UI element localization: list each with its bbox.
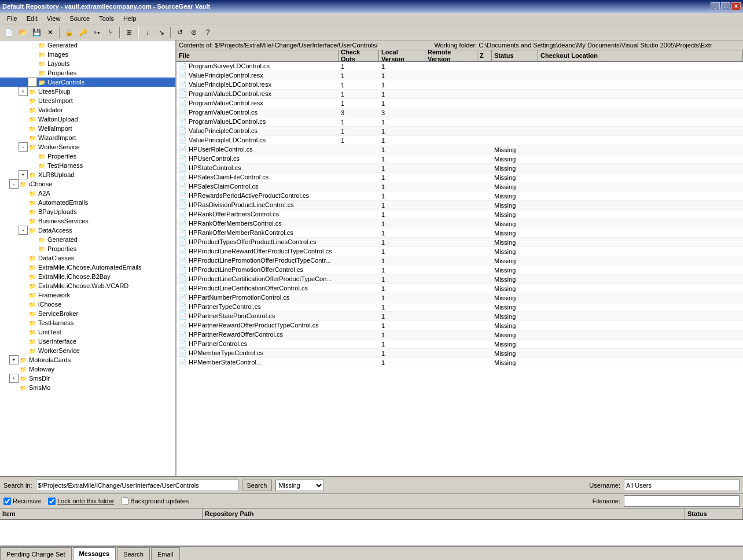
tab-pending-change-set[interactable]: Pending Change Set [0,547,72,560]
tab-messages[interactable]: Messages [73,547,116,560]
menu-tools[interactable]: Tools [94,14,119,23]
tree-toggle[interactable]: - [19,226,28,235]
tree-item[interactable]: +📁XLR8Upload [0,170,175,179]
col-header-checkouts[interactable]: Check Outs [339,50,379,61]
file-row[interactable]: 📄 HPRasDivisionProductLineControl.cs1Mis… [176,201,743,210]
tree-toggle[interactable]: + [19,87,28,96]
recursive-checkbox-label[interactable]: Recursive [3,498,41,505]
recursive-checkbox[interactable] [3,498,11,505]
refresh-button[interactable]: ↺ [174,26,186,39]
file-row[interactable]: 📄 ValuePrincipleControl.cs11 [176,127,743,136]
tab-email[interactable]: Email [151,547,180,560]
status-select[interactable]: MissingCheckedOutNormalAll [275,480,324,491]
file-row[interactable]: 📄 HPRankOfferMemberRankControl.cs1Missin… [176,229,743,238]
menu-help[interactable]: Help [119,14,141,23]
lock-checkbox-label[interactable]: Lock onto this folder [48,498,114,505]
copy-button[interactable]: ⊞ [123,26,135,39]
col-header-az[interactable]: Z [477,50,492,61]
tree-item[interactable]: 📁WellaImport [0,124,175,133]
tree-item[interactable]: 📁ServiceBroker [0,309,175,318]
tree-item[interactable]: 📁SmsMo [0,383,175,392]
file-list[interactable]: 📄 ProgramSurveyLDControl.cs11📄 ValuePrin… [176,62,743,476]
tree-item[interactable]: 📁iChoose [0,300,175,309]
tree-item[interactable]: 📁WorkerService [0,346,175,355]
new-button[interactable]: 📄 [2,26,15,39]
tree-item[interactable]: 📁Layouts [0,59,175,68]
tree-toggle[interactable]: - [9,179,19,189]
tree-item[interactable]: 📁UnitTest [0,327,175,337]
col-header-status[interactable]: Status [492,50,538,61]
col-header-localversion[interactable]: Local Version [379,50,425,61]
file-row[interactable]: 📄 ProgramValueLDControl.resx11 [176,90,743,99]
tree-scroll[interactable]: 📁Generated📁Images📁Layouts📁Properties-📁Us… [0,40,175,476]
file-row[interactable]: 📄 ValuePrincipleLDControl.resx11 [176,80,743,90]
tree-toggle[interactable]: - [19,142,28,152]
open-button[interactable]: 📂 [16,26,29,39]
col-header-checkout[interactable]: Checkout Location [538,50,743,61]
tree-item[interactable]: 📁BPayUploads [0,207,175,216]
unlock-button[interactable]: 🔑 [76,26,89,39]
maximize-button[interactable]: □ [721,2,730,10]
tree-item[interactable]: 📁DataClasses [0,253,175,263]
file-row[interactable]: 📄 HPMemberTypeControl.cs1Missing [176,349,743,358]
stop-button[interactable]: ⊘ [187,26,200,39]
file-row[interactable]: 📄 HPProductLinePromotionOfferProductType… [176,256,743,266]
tree-item[interactable]: 📁Generated [0,235,175,244]
menu-file[interactable]: File [2,14,22,23]
tree-item[interactable]: 📁Validator [0,105,175,115]
close-button[interactable]: ✕ [731,2,741,10]
tree-item[interactable]: 📁AutomatedEmails [0,198,175,207]
save-button[interactable]: 💾 [30,26,43,39]
checkout-button[interactable]: ↘ [155,26,168,39]
delete-button[interactable]: ✕ [44,26,57,39]
tree-item[interactable]: 📁Generated [0,40,175,50]
minimize-button[interactable]: _ [711,2,720,10]
file-row[interactable]: 📄 ProgramValueControl.cs33 [176,108,743,117]
file-row[interactable]: 📄 HPPartnerStatePbmControl.cs1Missing [176,312,743,321]
file-row[interactable]: 📄 ProgramValueControl.resx11 [176,99,743,108]
tree-toggle[interactable]: + [19,170,28,179]
file-row[interactable]: 📄 ValuePrincipleLDControl.cs11 [176,136,743,145]
tab-search[interactable]: Search [117,547,150,560]
results-col-status[interactable]: Status [685,509,743,519]
file-row[interactable]: 📄 HPSalesClaimControl.cs1Missing [176,182,743,191]
menu-source[interactable]: Source [65,14,94,23]
file-row[interactable]: 📄 HPPartnerRewardOfferControl.cs1Missing [176,330,743,340]
file-row[interactable]: 📄 HPRewardsPeriodActiveProductControl.cs… [176,191,743,201]
search-in-input[interactable] [36,480,238,491]
tree-item[interactable]: 📁ExtraMile.iChoose.AutomatedEmails [0,263,175,272]
file-row[interactable]: 📄 HPRankOfferPartnersControl.cs1Missing [176,210,743,219]
tree-item[interactable]: +📁UteesFixup [0,87,175,96]
file-row[interactable]: 📄 HPMemberStateControl...1Missing [176,358,743,367]
tree-item[interactable]: 📁Properties [0,152,175,161]
menu-view[interactable]: View [42,14,65,23]
tree-item[interactable]: 📁BusinessServices [0,216,175,226]
file-row[interactable]: 📄 HPProductLineCertificationOfferControl… [176,284,743,293]
menu-edit[interactable]: Edit [22,14,42,23]
file-row[interactable]: 📄 HPProductLineCertificationOfferProduct… [176,275,743,284]
username-input[interactable] [624,480,740,491]
file-row[interactable]: 📄 HPProductTypesOfferProductLinesControl… [176,238,743,247]
file-row[interactable]: 📄 HPPartnerTypeControl.cs1Missing [176,303,743,312]
lock-checkbox[interactable] [48,498,56,505]
tree-toggle[interactable]: - [28,78,37,87]
file-row[interactable]: 📄 HPProductLineRewardOfferProductTypeCon… [176,247,743,256]
tree-item[interactable]: -📁DataAccess [0,226,175,235]
tree-item[interactable]: 📁WizardImport [0,133,175,142]
background-checkbox[interactable] [121,498,128,505]
file-row[interactable]: 📄 HPPartNumberPromotionControl.cs1Missin… [176,293,743,303]
file-row[interactable]: 📄 ProgramValueLDControl.cs11 [176,117,743,127]
tree-item[interactable]: 📁ExtraMile.iChoose.Web.VCARD [0,281,175,290]
file-row[interactable]: 📄 ValuePrincipleControl.resx11 [176,71,743,80]
file-row[interactable]: 📄 ProgramSurveyLDControl.cs11 [176,62,743,71]
file-row[interactable]: 📄 HPPartnerRewardOfferProductTypeControl… [176,321,743,330]
key-button[interactable]: 🗝 [90,26,103,39]
tree-item[interactable]: 📁Motoway [0,364,175,374]
file-row[interactable]: 📄 HPRankOfferMembersControl.cs1Missing [176,219,743,229]
tree-item[interactable]: 📁Properties [0,244,175,253]
tree-item[interactable]: 📁A2A [0,189,175,198]
file-row[interactable]: 📄 HPUserRoleControl.cs1Missing [176,145,743,154]
file-row[interactable]: 📄 HPStateControl.cs1Missing [176,164,743,173]
tree-item[interactable]: 📁UteesImport [0,96,175,105]
tree-toggle[interactable]: + [9,355,19,364]
